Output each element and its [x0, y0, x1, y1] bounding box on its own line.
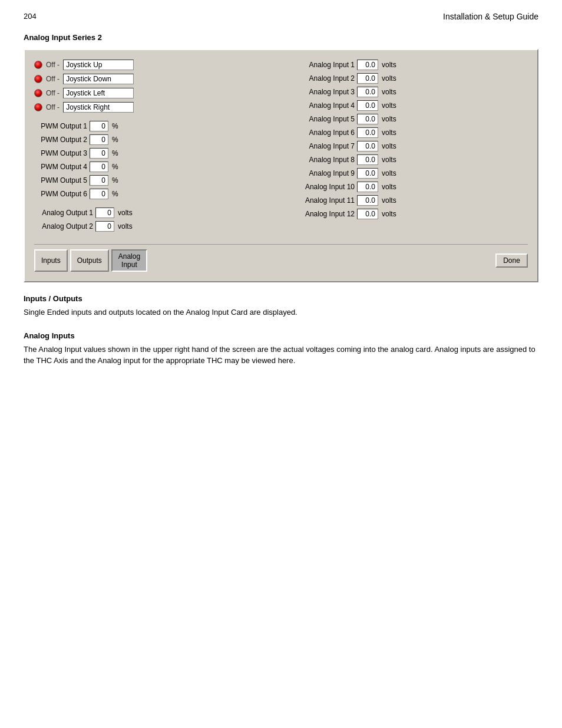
analog-input-row: Analog Input 5 volts	[293, 114, 528, 124]
analog-input-row: Analog Input 11 volts	[293, 195, 528, 206]
pwm-label: PWM Output 6	[34, 190, 87, 198]
analog-in-unit: volts	[382, 88, 396, 96]
analog-in-unit: volts	[382, 101, 396, 110]
joystick-row: Off -	[34, 88, 269, 98]
led-icon	[34, 61, 42, 69]
analog-out-label: Analog Output 2	[34, 222, 93, 230]
page-title: Installation & Setup Guide	[443, 12, 538, 21]
pwm-label: PWM Output 4	[34, 163, 87, 171]
analog-out-unit: volts	[118, 209, 133, 217]
analog-inputs-body: The Analog Input values shown in the upp…	[24, 344, 538, 367]
inputs-outputs-body: Single Ended inputs and outputs located …	[24, 307, 538, 318]
analog-out-label: Analog Output 1	[34, 209, 93, 217]
analog-in-unit: volts	[382, 210, 396, 218]
analog-in-unit: volts	[382, 196, 396, 205]
analog-input-row: Analog Input 1 volts	[293, 60, 528, 70]
analog-in-input[interactable]	[357, 141, 378, 151]
footer-buttons: InputsOutputsAnalog Input	[34, 249, 147, 272]
analog-out-input[interactable]	[95, 207, 114, 218]
pwm-unit: %	[112, 122, 118, 130]
analog-in-label: Analog Input 10	[293, 183, 355, 191]
pwm-unit: %	[112, 163, 118, 171]
analog-in-input[interactable]	[357, 114, 378, 124]
analog-in-input[interactable]	[357, 73, 378, 84]
analog-output-row: Analog Output 2 volts	[34, 221, 269, 232]
pwm-label: PWM Output 5	[34, 176, 87, 185]
analog-in-input[interactable]	[357, 154, 378, 165]
analog-in-label: Analog Input 6	[293, 129, 355, 137]
analog-input-row: Analog Input 2 volts	[293, 73, 528, 84]
right-panel: Analog Input 1 volts Analog Input 2 volt…	[293, 60, 528, 235]
led-icon	[34, 75, 42, 83]
analog-input-row: Analog Input 3 volts	[293, 87, 528, 97]
analog-input-row: Analog Input 6 volts	[293, 127, 528, 138]
analog-input-row: Analog Input 4 volts	[293, 100, 528, 111]
analog-in-input[interactable]	[357, 100, 378, 111]
analog-in-unit: volts	[382, 142, 396, 150]
analog-in-label: Analog Input 11	[293, 196, 355, 205]
done-button[interactable]: Done	[495, 253, 528, 268]
pwm-output-row: PWM Output 3 %	[34, 148, 269, 159]
joystick-row: Off -	[34, 102, 269, 113]
joystick-input[interactable]	[63, 102, 134, 113]
pwm-output-row: PWM Output 2 %	[34, 134, 269, 145]
footer-tab-button[interactable]: Inputs	[34, 249, 68, 272]
footer-tab-button[interactable]: Analog Input	[111, 249, 147, 272]
analog-in-label: Analog Input 2	[293, 74, 355, 83]
analog-in-label: Analog Input 12	[293, 210, 355, 218]
analog-input-row: Analog Input 12 volts	[293, 209, 528, 219]
analog-in-input[interactable]	[357, 209, 378, 219]
analog-in-label: Analog Input 7	[293, 142, 355, 150]
footer-tab-button[interactable]: Outputs	[70, 249, 109, 272]
pwm-input[interactable]	[90, 175, 108, 186]
pwm-input[interactable]	[90, 189, 108, 199]
joystick-input[interactable]	[63, 88, 134, 98]
analog-in-label: Analog Input 4	[293, 101, 355, 110]
analog-in-input[interactable]	[357, 87, 378, 97]
pwm-unit: %	[112, 190, 118, 198]
pwm-unit: %	[112, 176, 118, 185]
joy-off-label: Off -	[46, 103, 59, 111]
inputs-outputs-title: Inputs / Outputs	[24, 294, 538, 303]
joy-off-label: Off -	[46, 75, 59, 83]
analog-input-row: Analog Input 9 volts	[293, 168, 528, 179]
analog-inputs-title: Analog Inputs	[24, 331, 538, 340]
pwm-label: PWM Output 1	[34, 122, 87, 130]
pwm-input[interactable]	[90, 134, 108, 145]
analog-input-row: Analog Input 7 volts	[293, 141, 528, 151]
dialog-footer: InputsOutputsAnalog Input Done	[34, 244, 528, 272]
analog-out-unit: volts	[118, 222, 133, 230]
pwm-output-row: PWM Output 4 %	[34, 162, 269, 172]
analog-in-unit: volts	[382, 61, 396, 69]
analog-in-input[interactable]	[357, 182, 378, 192]
analog-in-input[interactable]	[357, 60, 378, 70]
led-icon	[34, 89, 42, 97]
pwm-unit: %	[112, 136, 118, 144]
joystick-input[interactable]	[63, 74, 134, 84]
analog-in-label: Analog Input 5	[293, 115, 355, 123]
analog-in-input[interactable]	[357, 127, 378, 138]
analog-input-row: Analog Input 10 volts	[293, 182, 528, 192]
pwm-input[interactable]	[90, 148, 108, 159]
analog-in-unit: volts	[382, 115, 396, 123]
page-number: 204	[24, 12, 37, 21]
analog-in-unit: volts	[382, 74, 396, 83]
analog-in-unit: volts	[382, 156, 396, 164]
analog-in-label: Analog Input 9	[293, 169, 355, 177]
analog-in-unit: volts	[382, 169, 396, 177]
pwm-output-row: PWM Output 5 %	[34, 175, 269, 186]
pwm-unit: %	[112, 149, 118, 157]
joystick-row: Off -	[34, 60, 269, 70]
joystick-input[interactable]	[63, 60, 134, 70]
pwm-input[interactable]	[90, 162, 108, 172]
pwm-label: PWM Output 3	[34, 149, 87, 157]
analog-out-input[interactable]	[95, 221, 114, 232]
analog-in-input[interactable]	[357, 195, 378, 206]
analog-in-unit: volts	[382, 183, 396, 191]
led-icon	[34, 103, 42, 111]
pwm-label: PWM Output 2	[34, 136, 87, 144]
dialog-box: Off - Off - Off - Off - PWM Output 1 % P…	[24, 49, 538, 282]
analog-in-input[interactable]	[357, 168, 378, 179]
analog-in-label: Analog Input 8	[293, 156, 355, 164]
pwm-input[interactable]	[90, 121, 108, 131]
